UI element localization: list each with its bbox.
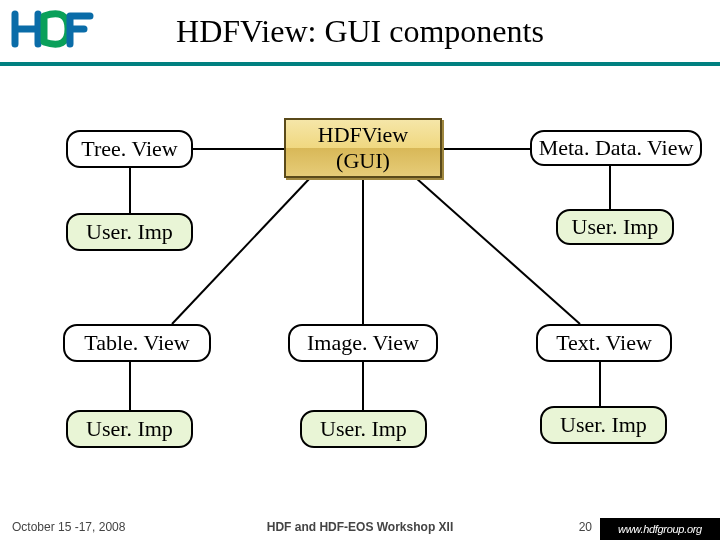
svg-line-6 xyxy=(416,178,580,324)
label-image-view: Image. View xyxy=(307,330,419,356)
central-line2: (GUI) xyxy=(336,148,390,174)
svg-line-4 xyxy=(172,178,310,324)
node-table-view: Table. View xyxy=(63,324,211,362)
label-meta-data-view: Meta. Data. View xyxy=(539,135,694,161)
title-bar: HDFView: GUI components xyxy=(0,0,720,66)
diagram-area: HDFView (GUI) Tree. View Meta. Data. Vie… xyxy=(0,66,720,486)
label-user-imp-bl: User. Imp xyxy=(86,416,173,442)
node-user-imp-top-left: User. Imp xyxy=(66,213,193,251)
hdf-logo xyxy=(10,4,100,54)
node-tree-view: Tree. View xyxy=(66,130,193,168)
node-user-imp-bottom-center: User. Imp xyxy=(300,410,427,448)
label-user-imp-tl: User. Imp xyxy=(86,219,173,245)
label-text-view: Text. View xyxy=(556,330,652,356)
footer: October 15 -17, 2008 HDF and HDF-EOS Wor… xyxy=(0,514,720,540)
node-user-imp-bottom-left: User. Imp xyxy=(66,410,193,448)
label-user-imp-tr: User. Imp xyxy=(572,214,659,240)
label-user-imp-br: User. Imp xyxy=(560,412,647,438)
footer-url: www.hdfgroup.org xyxy=(600,518,720,540)
node-hdfview-gui: HDFView (GUI) xyxy=(284,118,442,178)
node-meta-data-view: Meta. Data. View xyxy=(530,130,702,166)
node-user-imp-bottom-right: User. Imp xyxy=(540,406,667,444)
footer-page-number: 20 xyxy=(579,520,592,534)
node-user-imp-top-right: User. Imp xyxy=(556,209,674,245)
central-line1: HDFView xyxy=(318,122,408,148)
label-table-view: Table. View xyxy=(84,330,189,356)
label-tree-view: Tree. View xyxy=(81,136,177,162)
node-image-view: Image. View xyxy=(288,324,438,362)
label-user-imp-bc: User. Imp xyxy=(320,416,407,442)
node-text-view: Text. View xyxy=(536,324,672,362)
slide-title: HDFView: GUI components xyxy=(0,13,720,50)
